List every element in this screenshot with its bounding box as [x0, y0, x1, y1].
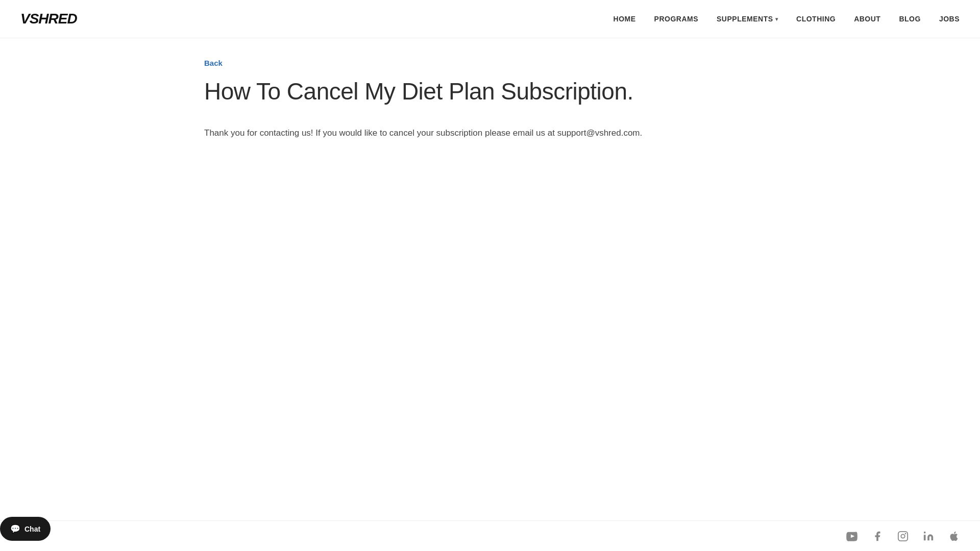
svg-point-2 — [905, 533, 906, 534]
nav-programs[interactable]: PROGRAMS — [654, 15, 698, 23]
nav-jobs[interactable]: JOBS — [939, 15, 960, 23]
apple-icon — [948, 531, 960, 542]
linkedin-icon — [923, 531, 934, 542]
svg-point-4 — [924, 531, 926, 533]
chat-button[interactable]: 💬 Chat — [0, 517, 51, 541]
youtube-icon — [846, 531, 857, 542]
page-title: How To Cancel My Diet Plan Subscription. — [204, 78, 776, 106]
social-youtube[interactable] — [846, 531, 857, 542]
back-link[interactable]: Back — [204, 59, 223, 67]
facebook-icon — [872, 531, 883, 542]
social-instagram[interactable] — [897, 531, 909, 542]
nav-clothing[interactable]: CLOTHING — [796, 15, 836, 23]
logo[interactable]: VSHRED — [20, 11, 77, 27]
nav-supplements[interactable]: SUPPLEMENTS ▾ — [717, 15, 778, 23]
supplements-dropdown-arrow: ▾ — [775, 16, 778, 22]
main-nav: HOME PROGRAMS SUPPLEMENTS ▾ CLOTHING ABO… — [614, 15, 960, 23]
site-footer — [0, 520, 980, 551]
nav-blog[interactable]: BLOG — [899, 15, 920, 23]
nav-home[interactable]: HOME — [614, 15, 636, 23]
svg-rect-0 — [898, 531, 908, 540]
social-linkedin[interactable] — [923, 531, 934, 542]
svg-point-1 — [901, 534, 904, 538]
social-apple[interactable] — [948, 531, 960, 542]
nav-about[interactable]: ABOUT — [854, 15, 880, 23]
page-body-text: Thank you for contacting us! If you woul… — [204, 126, 664, 141]
instagram-icon — [897, 531, 909, 542]
main-content: Back How To Cancel My Diet Plan Subscrip… — [184, 38, 796, 171]
site-header: VSHRED HOME PROGRAMS SUPPLEMENTS ▾ CLOTH… — [0, 0, 980, 38]
svg-rect-3 — [924, 535, 926, 540]
social-facebook[interactable] — [872, 531, 883, 542]
chat-bubble-icon: 💬 — [10, 524, 20, 534]
chat-label: Chat — [24, 525, 40, 533]
